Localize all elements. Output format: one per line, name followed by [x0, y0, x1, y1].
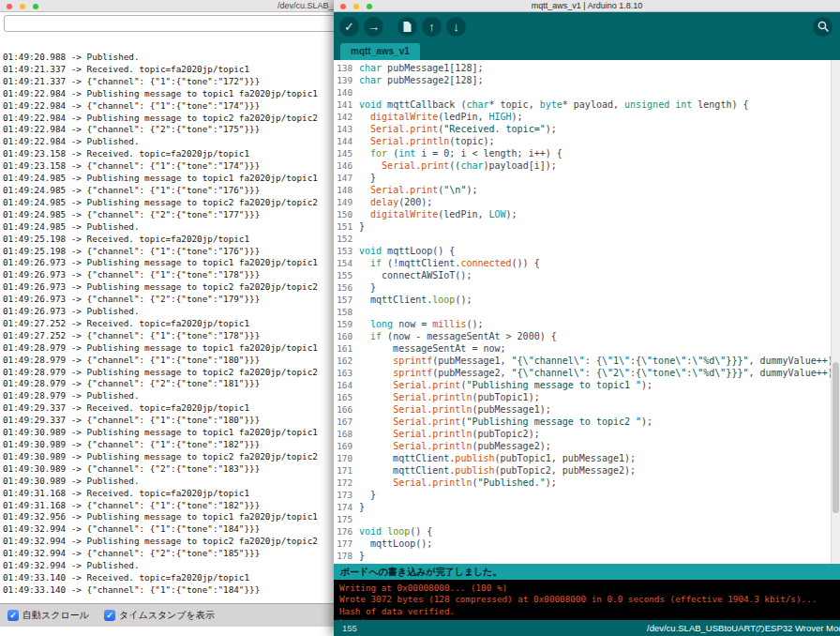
line-number: 141	[334, 98, 359, 111]
upload-arrow-icon: →	[368, 21, 380, 33]
tab-mqtt-aws-v1[interactable]: mqtt_aws_v1	[340, 43, 420, 60]
code-line[interactable]: 178}	[334, 550, 840, 562]
code-line[interactable]: 141void mqttCallback (char* topic, byte*…	[334, 98, 840, 111]
line-number: 146	[334, 159, 359, 172]
code-line[interactable]: 150 digitalWrite(ledPin, LOW);	[334, 208, 840, 220]
line-number: 149	[334, 196, 359, 208]
code-lines: 138char pubMessage1[128];139char pubMess…	[334, 62, 840, 562]
code-line[interactable]: 167 Serial.print("Publishing message to …	[334, 416, 840, 428]
code-line[interactable]: 157 mqttClient.loop();	[334, 294, 840, 306]
open-button[interactable]: ↑	[422, 17, 442, 37]
line-number: 153	[334, 245, 359, 257]
code-line[interactable]: 174}	[334, 501, 840, 513]
line-number: 148	[334, 184, 359, 196]
line-number: 171	[334, 464, 359, 477]
ide-statusbar: 155 /dev/cu.SLAB_USBtoUARTのESP32 Wrover …	[334, 620, 840, 636]
code-line[interactable]: 164 Serial.print("Publishing message to …	[334, 379, 840, 391]
code-editor[interactable]: 138char pubMessage1[128];139char pubMess…	[334, 60, 840, 564]
line-number: 142	[334, 111, 359, 123]
line-number: 160	[334, 330, 359, 342]
line-number: 165	[334, 391, 359, 403]
line-number: 158	[334, 306, 359, 318]
code-line[interactable]: 147 }	[334, 172, 840, 184]
code-line[interactable]: 144 Serial.println(topic);	[334, 135, 840, 147]
code-line[interactable]: 143 Serial.print("Received. topic=");	[334, 123, 840, 135]
ide-titlebar[interactable]: mqtt_aws_v1 | Arduino 1.8.10	[334, 0, 840, 12]
code-line[interactable]: 153void mqttLoop() {	[334, 245, 840, 257]
serial-monitor-button[interactable]	[813, 17, 832, 37]
save-button[interactable]: ↓	[446, 17, 466, 37]
console-line: Hash of data verified.	[339, 606, 840, 617]
screen: /dev/cu.SLAB_USBtoUART 01:49:20.988 -> P…	[0, 0, 840, 636]
verify-button[interactable]: ✓	[339, 17, 359, 37]
code-line[interactable]: 146 Serial.print((char)payload[i]);	[334, 159, 840, 172]
line-number: 143	[334, 123, 359, 135]
editor-scrollbar[interactable]	[831, 60, 840, 564]
line-number: 172	[334, 477, 359, 489]
code-line[interactable]: 158	[334, 306, 840, 318]
editor-scrollbar-thumb[interactable]	[832, 362, 839, 513]
line-number: 168	[334, 428, 359, 440]
line-number: 178	[334, 550, 359, 562]
code-line[interactable]: 154 if (!mqttClient.connected()) {	[334, 257, 840, 269]
code-line[interactable]: 173 }	[334, 489, 840, 501]
code-line[interactable]: 171 mqttClient.publish(pubTopic2, pubMes…	[334, 464, 840, 477]
line-number: 176	[334, 525, 359, 538]
code-line[interactable]: 177 mqttLoop();	[334, 538, 840, 550]
code-line[interactable]: 142 digitalWrite(ledPin, HIGH);	[334, 111, 840, 123]
code-line[interactable]: 170 mqttClient.publish(pubTopic1, pubMes…	[334, 452, 840, 464]
code-line[interactable]: 149 delay(200);	[334, 196, 840, 208]
code-line[interactable]: 159 long now = millis();	[334, 318, 840, 330]
code-line[interactable]: 145 for (int i = 0; i < length; i++) {	[334, 147, 840, 159]
code-line[interactable]: 156 }	[334, 281, 840, 294]
line-number: 152	[334, 233, 359, 245]
line-number: 164	[334, 379, 359, 391]
line-number: 175	[334, 513, 359, 525]
line-number: 156	[334, 281, 359, 294]
line-number: 157	[334, 294, 359, 306]
code-line[interactable]: 172 Serial.println("Published.");	[334, 477, 840, 489]
code-line[interactable]: 175	[334, 513, 840, 525]
timestamp-label: タイムスタンプを表示	[119, 609, 215, 622]
code-line[interactable]: 160 if (now - messageSentAt > 2000) {	[334, 330, 840, 342]
code-line[interactable]: 168 Serial.println(pubTopic2);	[334, 428, 840, 440]
checkbox-check-icon: ✓	[8, 610, 19, 621]
line-number: 145	[334, 147, 359, 159]
code-line[interactable]: 163 sprintf(pubMessage2, "{\"channel\": …	[334, 367, 840, 379]
code-line[interactable]: 162 sprintf(pubMessage1, "{\"channel\": …	[334, 355, 840, 367]
line-number: 166	[334, 403, 359, 416]
code-line[interactable]: 176void loop() {	[334, 525, 840, 538]
console-output[interactable]: Writing at 0x00008000... (100 %)Wrote 30…	[334, 580, 840, 620]
line-number: 147	[334, 172, 359, 184]
code-line[interactable]: 140	[334, 86, 840, 98]
tab-bar: mqtt_aws_v1	[334, 40, 840, 60]
ide-toolbar: ✓ → ↑ ↓	[334, 12, 840, 40]
code-line[interactable]: 155 connectAWSIoT();	[334, 269, 840, 281]
upload-button[interactable]: →	[364, 17, 383, 37]
board-port-info: /dev/cu.SLAB_USBtoUARTのESP32 Wrover Modu…	[647, 620, 840, 636]
code-line[interactable]: 165 Serial.println(pubTopic1);	[334, 391, 840, 403]
line-number: 159	[334, 318, 359, 330]
code-line[interactable]: 148 Serial.print("\n");	[334, 184, 840, 196]
serial-autoscroll-checkbox[interactable]: ✓ 自動スクロール	[8, 609, 89, 622]
code-line[interactable]: 169 Serial.println(pubMessage2);	[334, 440, 840, 452]
line-number: 139	[334, 74, 359, 86]
console-line: Writing at 0x00008000... (100 %)	[339, 583, 840, 594]
code-line[interactable]: 151}	[334, 220, 840, 233]
autoscroll-label: 自動スクロール	[22, 609, 89, 622]
new-sketch-button[interactable]	[398, 17, 417, 37]
line-number: 173	[334, 489, 359, 501]
line-number: 177	[334, 538, 359, 550]
code-line[interactable]: 152	[334, 233, 840, 245]
code-line[interactable]: 139char pubMessage2[128];	[334, 74, 840, 86]
code-line[interactable]: 138char pubMessage1[128];	[334, 62, 840, 74]
line-number: 151	[334, 220, 359, 233]
line-number: 169	[334, 440, 359, 452]
line-number: 140	[334, 86, 359, 98]
line-number: 163	[334, 367, 359, 379]
checkbox-check-icon: ✓	[104, 610, 115, 621]
serial-timestamp-checkbox[interactable]: ✓ タイムスタンプを表示	[104, 609, 215, 622]
magnifier-icon	[817, 20, 830, 33]
code-line[interactable]: 161 messageSentAt = now;	[334, 342, 840, 355]
code-line[interactable]: 166 Serial.println(pubMessage1);	[334, 403, 840, 416]
